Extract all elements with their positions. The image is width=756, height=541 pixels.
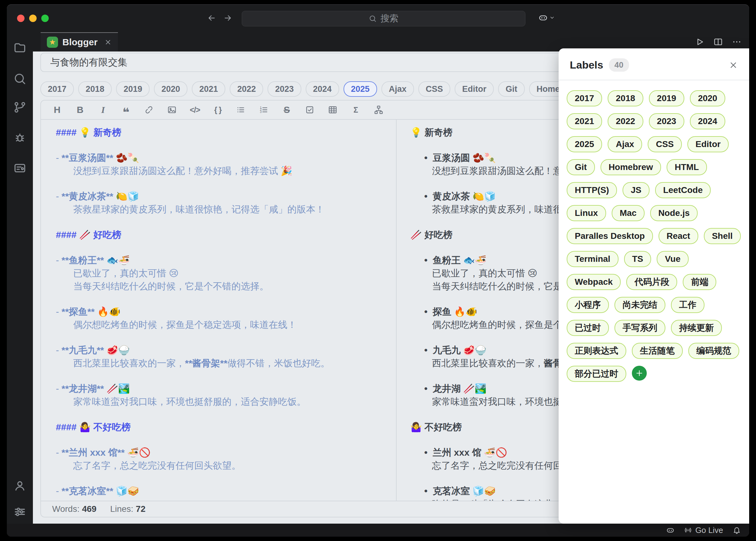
blogger-app-icon: ★ xyxy=(47,37,58,48)
bold-icon[interactable]: B xyxy=(75,105,86,115)
label-chip-生活随笔[interactable]: 生活随笔 xyxy=(632,343,683,359)
filter-chip-2021[interactable]: 2021 xyxy=(192,81,225,97)
debug-icon[interactable] xyxy=(13,131,27,145)
label-chip-持续更新[interactable]: 持续更新 xyxy=(671,320,722,336)
source-control-icon[interactable] xyxy=(13,101,27,114)
label-chip-Vue[interactable]: Vue xyxy=(657,251,688,267)
code-icon[interactable]: </> xyxy=(189,106,201,115)
list-ol-icon[interactable]: 123 xyxy=(258,105,269,115)
label-chip-Ajax[interactable]: Ajax xyxy=(608,136,642,152)
filter-chip-2020[interactable]: 2020 xyxy=(154,81,188,97)
label-chip-前端[interactable]: 前端 xyxy=(683,274,716,290)
label-chip-Webpack[interactable]: Webpack xyxy=(567,274,621,290)
forward-icon[interactable] xyxy=(223,13,233,23)
label-chip-手写系列[interactable]: 手写系列 xyxy=(614,320,665,336)
add-label-button[interactable] xyxy=(632,366,647,381)
minimize-window-button[interactable] xyxy=(29,15,37,22)
more-icon[interactable] xyxy=(732,37,742,47)
label-chip-已过时[interactable]: 已过时 xyxy=(567,320,609,336)
history-nav xyxy=(207,13,233,23)
svg-text:3: 3 xyxy=(260,110,262,114)
label-chip-Editor[interactable]: Editor xyxy=(687,136,729,152)
zoom-window-button[interactable] xyxy=(41,15,49,22)
checkbox-icon[interactable] xyxy=(304,105,315,115)
tab-blogger[interactable]: ★ Blogger xyxy=(41,32,118,52)
copilot-menu[interactable] xyxy=(538,13,555,23)
filter-chip-2022[interactable]: 2022 xyxy=(230,81,263,97)
label-chip-Git[interactable]: Git xyxy=(567,159,595,175)
label-chip-2023[interactable]: 2023 xyxy=(649,113,684,129)
filter-chip-2025[interactable]: 2025 xyxy=(344,81,377,97)
md-list-item: - **探鱼** 🔥🐠偶尔想吃烤鱼的时候，探鱼是个稳定选项，味道在线！ xyxy=(56,305,388,331)
label-chip-2020[interactable]: 2020 xyxy=(690,90,725,106)
filter-chip-Ajax[interactable]: Ajax xyxy=(381,81,414,97)
close-window-button[interactable] xyxy=(17,15,25,22)
filter-chip-2023[interactable]: 2023 xyxy=(268,81,301,97)
label-chip-2021[interactable]: 2021 xyxy=(567,113,602,129)
label-chip-部分已过时[interactable]: 部分已过时 xyxy=(567,366,626,382)
label-chip-小程序[interactable]: 小程序 xyxy=(567,297,609,313)
settings-icon[interactable] xyxy=(13,505,27,519)
lines-label: Lines: xyxy=(110,504,134,514)
label-chip-Paralles Desktop[interactable]: Paralles Desktop xyxy=(567,228,653,244)
label-chip-LeetCode[interactable]: LeetCode xyxy=(655,182,711,198)
table-icon[interactable] xyxy=(327,105,338,115)
label-chip-HTTP(S)[interactable]: HTTP(S) xyxy=(567,182,617,198)
label-chip-TS[interactable]: TS xyxy=(624,251,651,267)
braces-icon[interactable]: { } xyxy=(212,106,224,115)
search-input[interactable]: 搜索 xyxy=(242,11,525,26)
filter-chip-Editor[interactable]: Editor xyxy=(455,81,494,97)
label-chip-Homebrew[interactable]: Homebrew xyxy=(600,159,661,175)
bell-icon[interactable] xyxy=(732,526,741,534)
account-icon[interactable] xyxy=(13,479,27,493)
run-icon[interactable] xyxy=(695,37,704,47)
label-chip-Terminal[interactable]: Terminal xyxy=(567,251,618,267)
label-chip-代码片段[interactable]: 代码片段 xyxy=(626,274,677,290)
md-heading: #### 🥢 好吃榜 xyxy=(56,228,388,241)
label-chip-2022[interactable]: 2022 xyxy=(608,113,643,129)
label-chip-2025[interactable]: 2025 xyxy=(567,136,602,152)
strikethrough-icon[interactable]: S xyxy=(281,105,292,115)
label-chip-Node.js[interactable]: Node.js xyxy=(650,205,698,221)
close-tab-icon[interactable] xyxy=(104,38,112,46)
label-chip-Mac[interactable]: Mac xyxy=(612,205,645,221)
label-chip-2018[interactable]: 2018 xyxy=(608,90,643,106)
go-live-button[interactable]: Go Live xyxy=(684,525,723,535)
heading-icon[interactable]: H xyxy=(52,105,63,115)
link-icon[interactable] xyxy=(143,105,155,115)
blog-cards-icon[interactable] xyxy=(13,161,27,175)
filter-chip-2017[interactable]: 2017 xyxy=(40,81,74,97)
label-chip-Shell[interactable]: Shell xyxy=(704,228,741,244)
sigma-icon[interactable]: Σ xyxy=(350,106,361,115)
label-chip-React[interactable]: React xyxy=(659,228,698,244)
filter-chip-2018[interactable]: 2018 xyxy=(78,81,112,97)
titlebar: 搜索 xyxy=(7,4,749,32)
label-chip-工作[interactable]: 工作 xyxy=(671,297,704,313)
label-chip-Linux[interactable]: Linux xyxy=(567,205,606,221)
label-chip-2019[interactable]: 2019 xyxy=(649,90,684,106)
filter-chip-2019[interactable]: 2019 xyxy=(116,81,150,97)
label-chip-JS[interactable]: JS xyxy=(622,182,649,198)
filter-chip-Git[interactable]: Git xyxy=(498,81,525,97)
label-chip-HTML[interactable]: HTML xyxy=(667,159,707,175)
list-ul-icon[interactable] xyxy=(235,105,247,115)
label-chip-正则表达式[interactable]: 正则表达式 xyxy=(567,343,626,359)
files-icon[interactable] xyxy=(13,41,27,55)
filter-chip-CSS[interactable]: CSS xyxy=(418,81,450,97)
flowchart-icon[interactable] xyxy=(373,105,384,115)
back-icon[interactable] xyxy=(207,13,216,23)
label-chip-2017[interactable]: 2017 xyxy=(567,90,602,106)
split-editor-icon[interactable] xyxy=(713,37,723,47)
close-panel-icon[interactable] xyxy=(729,61,738,70)
italic-icon[interactable]: I xyxy=(97,105,109,115)
image-icon[interactable] xyxy=(166,105,178,115)
quote-icon[interactable]: ❝ xyxy=(120,107,132,113)
label-chip-尚未完结[interactable]: 尚未完结 xyxy=(614,297,665,313)
filter-chip-2024[interactable]: 2024 xyxy=(306,81,339,97)
label-chip-编码规范[interactable]: 编码规范 xyxy=(688,343,739,359)
label-chip-CSS[interactable]: CSS xyxy=(648,136,682,152)
markdown-source-pane[interactable]: #### 💡 新奇榜- **豆浆汤圆** 🫘🍡没想到豆浆跟甜汤圆这么配！意外好喝… xyxy=(41,120,396,501)
search-view-icon[interactable] xyxy=(13,72,27,86)
copilot-status-icon[interactable] xyxy=(666,526,675,534)
label-chip-2024[interactable]: 2024 xyxy=(690,113,725,129)
